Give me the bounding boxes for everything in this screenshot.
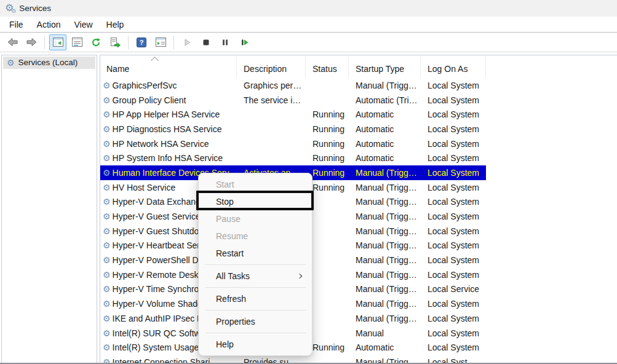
- service-startup-type-cell: Automatic: [349, 136, 421, 151]
- table-row[interactable]: ⚙Hyper-V PowerShell Direc…Manual (Trigg……: [100, 253, 617, 267]
- column-header-name[interactable]: Name: [100, 55, 237, 78]
- help-icon[interactable]: ?: [133, 34, 150, 50]
- menu-file[interactable]: File: [2, 18, 30, 31]
- table-row[interactable]: ⚙HP Network HSA ServiceRunningAutomaticL…: [100, 136, 617, 151]
- service-description-cell: Provides su…: [237, 355, 306, 363]
- toolbar-separator: [173, 36, 174, 49]
- svg-text:?: ?: [140, 39, 144, 46]
- start-service-icon[interactable]: [178, 34, 196, 50]
- column-header-startup-type[interactable]: Startup Type: [349, 55, 421, 78]
- table-row[interactable]: ⚙Hyper-V Guest Service Int…Manual (Trigg…: [100, 209, 617, 224]
- show-action-pane-icon[interactable]: [152, 34, 169, 50]
- service-gear-icon: ⚙: [103, 241, 111, 250]
- table-row[interactable]: ⚙Hyper-V Time Synchroniz…Manual (Trigg…L…: [100, 282, 617, 297]
- service-status-cell: Running: [306, 122, 349, 136]
- back-arrow-icon[interactable]: [4, 34, 21, 50]
- service-gear-icon: ⚙: [103, 343, 111, 352]
- service-logon-cell: Local System: [421, 340, 486, 355]
- service-gear-icon: ⚙: [103, 125, 111, 133]
- service-startup-type-cell: Manual (Trigg…: [349, 195, 421, 210]
- table-row[interactable]: ⚙Hyper-V Remote Desktop…Manual (Trigg…Lo…: [100, 267, 617, 282]
- table-row[interactable]: ⚙Hyper-V Volume Shadow…Manual (Trigg…Loc…: [100, 296, 617, 311]
- table-row[interactable]: ⚙HV Host ServiceRunningManual (Trigg…Loc…: [100, 180, 617, 195]
- properties-icon[interactable]: [68, 34, 86, 50]
- table-row[interactable]: ⚙IKE and AuthIP IPsec Keyi…Manual (Trigg…: [100, 311, 617, 326]
- context-menu-item-refresh[interactable]: Refresh: [199, 290, 312, 307]
- context-menu-item-all-tasks[interactable]: All Tasks: [199, 267, 312, 285]
- service-startup-type-cell: Automatic: [349, 151, 421, 165]
- show-console-tree-icon[interactable]: [49, 34, 66, 50]
- service-logon-cell: Local System: [421, 93, 486, 108]
- table-row[interactable]: ⚙GraphicsPerfSvcGraphics per…Manual (Tri…: [100, 78, 617, 93]
- stop-service-icon[interactable]: [197, 34, 215, 50]
- table-row[interactable]: ⚙Hyper-V Guest Shutdown…Manual (Trigg…Lo…: [100, 224, 617, 239]
- restart-service-icon[interactable]: [236, 34, 253, 50]
- context-menu-separator: [205, 333, 306, 333]
- column-header-log-on-as[interactable]: Log On As: [421, 55, 486, 78]
- service-gear-icon: ⚙: [103, 96, 111, 105]
- menu-bar: File Action View Help: [0, 17, 617, 33]
- service-gear-icon: ⚙: [103, 329, 111, 338]
- service-logon-cell: Local Syst…: [421, 355, 486, 363]
- context-menu-item-label: Pause: [216, 214, 241, 224]
- service-gear-icon: ⚙: [103, 285, 111, 293]
- services-app-icon: ⚙⚙: [5, 3, 14, 13]
- table-row[interactable]: ⚙Group Policy ClientThe service i…Automa…: [100, 93, 617, 108]
- service-startup-type-cell: Automatic (Tri…: [349, 93, 421, 108]
- service-name-cell: ⚙GraphicsPerfSvc: [100, 78, 237, 93]
- service-gear-icon: ⚙: [103, 271, 111, 279]
- menu-help[interactable]: Help: [100, 18, 131, 31]
- service-logon-cell: Local System: [421, 209, 486, 224]
- table-row[interactable]: ⚙HP Diagnostics HSA ServiceRunningAutoma…: [100, 122, 617, 136]
- table-row[interactable]: ⚙Hyper-V Data Exchange S…Manual (Trigg…L…: [100, 195, 617, 210]
- service-gear-icon: ⚙: [103, 299, 111, 308]
- toolbar-separator: [128, 36, 129, 49]
- service-description-cell: [237, 151, 306, 165]
- context-menu-item-properties[interactable]: Properties: [199, 313, 312, 330]
- service-startup-type-cell: Manual (Trigg…: [349, 239, 421, 253]
- service-startup-type-cell: Automatic: [349, 340, 421, 355]
- service-gear-icon: ⚙: [103, 154, 111, 162]
- export-list-icon[interactable]: [106, 34, 124, 50]
- context-menu-item-label: Start: [216, 180, 234, 189]
- sidebar-item-services-local[interactable]: ⚙ Services (Local): [3, 57, 95, 69]
- service-logon-cell: Local System: [421, 296, 486, 311]
- services-gear-icon: ⚙: [7, 58, 15, 67]
- service-status-cell: Running: [306, 151, 349, 165]
- column-header-status[interactable]: Status: [306, 55, 349, 78]
- table-row[interactable]: ⚙Internet Connection Shari…Provides su…M…: [100, 355, 617, 363]
- table-row[interactable]: ⚙HP System Info HSA ServiceRunningAutoma…: [100, 151, 617, 165]
- services-list-panel: Name Description Status Startup Type Log…: [100, 55, 617, 363]
- context-menu-separator: [205, 264, 306, 265]
- menu-view[interactable]: View: [67, 18, 99, 31]
- context-menu-item-label: Restart: [216, 248, 244, 258]
- service-description-cell: [237, 136, 306, 151]
- service-gear-icon: ⚙: [103, 110, 111, 119]
- service-logon-cell: Local System: [421, 239, 486, 253]
- toolbar-separator: [44, 36, 45, 49]
- service-logon-cell: Local System: [421, 78, 486, 93]
- table-row[interactable]: ⚙Human Interface Devices Serv…Activates …: [100, 165, 617, 180]
- service-logon-cell: Local System: [421, 311, 486, 326]
- table-row[interactable]: ⚙Intel(R) System Usage Re…RunningAutomat…: [100, 340, 617, 355]
- menu-action[interactable]: Action: [30, 18, 68, 31]
- context-menu-item-restart[interactable]: Restart: [199, 245, 312, 262]
- table-row[interactable]: ⚙HP App Helper HSA ServiceRunningAutomat…: [100, 107, 617, 122]
- pause-service-icon[interactable]: [217, 34, 234, 50]
- service-name-cell: ⚙HP App Helper HSA Service: [100, 107, 237, 122]
- service-startup-type-cell: Manual (Trigg…: [349, 253, 421, 267]
- context-menu-item-help[interactable]: Help: [199, 336, 312, 353]
- service-status-cell: Running: [306, 107, 349, 122]
- service-logon-cell: Local System: [421, 107, 486, 122]
- context-menu: StartStopPauseResumeRestartAll TasksRefr…: [198, 173, 312, 356]
- service-name-cell: ⚙Group Policy Client: [100, 93, 237, 108]
- context-menu-item-stop[interactable]: Stop: [199, 193, 312, 210]
- refresh-icon[interactable]: [87, 34, 105, 50]
- table-row[interactable]: ⚙Intel(R) SUR QC Software…ManualLocal Sy…: [100, 326, 617, 341]
- table-row[interactable]: ⚙Hyper-V Heartbeat Servic…Manual (Trigg……: [100, 239, 617, 253]
- service-name-cell: ⚙HP System Info HSA Service: [100, 151, 237, 165]
- service-status-cell: [306, 355, 349, 363]
- forward-arrow-icon[interactable]: [23, 34, 40, 50]
- service-gear-icon: ⚙: [103, 212, 111, 221]
- column-header-description[interactable]: Description: [237, 55, 306, 78]
